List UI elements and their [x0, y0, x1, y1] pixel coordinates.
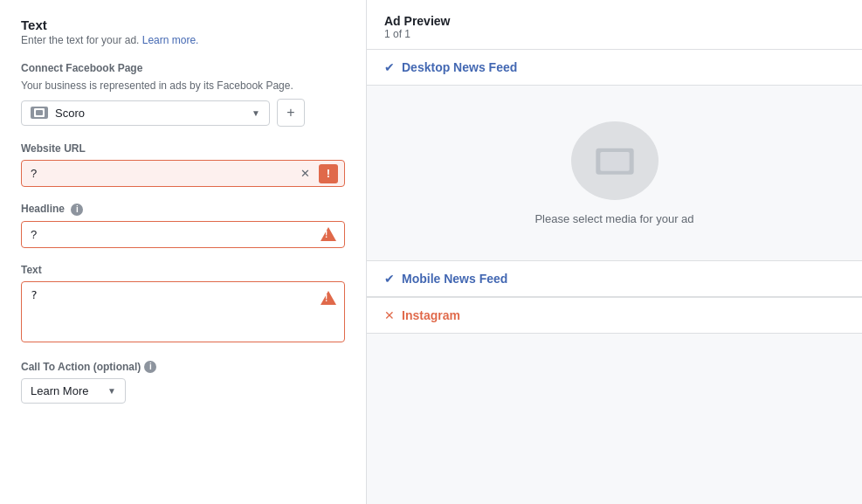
cta-section: Call To Action (optional) i Learn More ▼: [21, 361, 345, 404]
text-field-section: Text ?: [21, 264, 345, 345]
cta-dropdown[interactable]: Learn More ▼: [21, 378, 126, 404]
website-url-wrapper: ✕ !: [21, 160, 345, 187]
mobile-news-feed-header[interactable]: ✔ Mobile News Feed: [367, 261, 862, 297]
ad-preview-title: Ad Preview: [384, 14, 845, 28]
section-desc: Enter the text for your ad. Learn more.: [21, 34, 345, 46]
instagram-label: Instagram: [402, 308, 460, 322]
mobile-news-feed-label: Mobile News Feed: [402, 272, 507, 286]
desktop-news-feed-label: Desktop News Feed: [402, 60, 517, 74]
instagram-section: ✕ Instagram: [367, 298, 862, 334]
ad-preview-header: Ad Preview 1 of 1: [367, 0, 862, 50]
headline-input[interactable]: [21, 221, 345, 248]
cta-info-icon[interactable]: i: [144, 361, 156, 373]
cta-label: Call To Action (optional) i: [21, 361, 345, 373]
left-panel: Text Enter the text for your ad. Learn m…: [0, 0, 367, 504]
chevron-down-icon: ▼: [252, 108, 260, 118]
svg-rect-1: [36, 110, 43, 115]
text-warning-icon: [319, 288, 338, 307]
connect-fb-label: Connect Facebook Page: [21, 62, 345, 74]
headline-warning-icon: [319, 224, 338, 244]
media-placeholder-text: Please select media for your ad: [534, 212, 693, 225]
headline-info-icon[interactable]: i: [71, 204, 83, 216]
headline-wrapper: [21, 221, 345, 248]
connect-fb-section: Connect Facebook Page Your business is r…: [21, 62, 345, 127]
right-panel: Ad Preview 1 of 1 ✔ Desktop News Feed Pl…: [367, 0, 862, 504]
page-select-dropdown[interactable]: Scoro ▼: [21, 100, 270, 126]
media-placeholder-icon: [593, 139, 637, 183]
website-url-label: Website URL: [21, 142, 345, 155]
url-warning-icon: !: [319, 164, 338, 183]
desktop-preview-content: Please select media for your ad: [367, 86, 862, 260]
connect-fb-desc: Your business is represented in ads by i…: [21, 79, 345, 92]
cta-chevron-icon: ▼: [107, 386, 116, 396]
svg-rect-3: [600, 152, 629, 171]
text-section: Text Enter the text for your ad. Learn m…: [21, 17, 345, 46]
page-select-row: Scoro ▼ +: [21, 99, 345, 127]
headline-section: Headline i: [21, 203, 345, 248]
headline-label: Headline i: [21, 203, 345, 216]
instagram-x-icon: ✕: [384, 308, 395, 322]
add-page-button[interactable]: +: [277, 99, 305, 127]
page-avatar: [31, 107, 48, 119]
text-field-label: Text: [21, 264, 345, 276]
ad-preview-count: 1 of 1: [384, 28, 845, 40]
page-select-inner: Scoro: [31, 107, 85, 120]
mobile-news-feed-section: ✔ Mobile News Feed: [367, 261, 862, 298]
desktop-news-feed-header[interactable]: ✔ Desktop News Feed: [367, 50, 862, 86]
website-url-input[interactable]: [21, 160, 345, 187]
cta-value: Learn More: [31, 384, 88, 397]
section-desc-text: Enter the text for your ad.: [21, 34, 142, 46]
mobile-check-icon: ✔: [384, 272, 395, 286]
instagram-header[interactable]: ✕ Instagram: [367, 298, 862, 334]
page-name: Scoro: [55, 107, 85, 120]
website-url-section: Website URL ✕ !: [21, 142, 345, 187]
clear-url-icon[interactable]: ✕: [300, 167, 310, 180]
desktop-check-icon: ✔: [384, 60, 395, 74]
section-title: Text: [21, 17, 345, 32]
text-textarea-wrapper: ?: [21, 281, 345, 345]
warn-triangle-text: [321, 291, 336, 305]
media-placeholder: [571, 121, 659, 200]
desktop-news-feed-section: ✔ Desktop News Feed Please select media …: [367, 50, 862, 261]
warn-triangle: [321, 227, 336, 241]
text-textarea[interactable]: ?: [21, 281, 345, 342]
learn-more-link[interactable]: Learn more.: [142, 34, 199, 46]
